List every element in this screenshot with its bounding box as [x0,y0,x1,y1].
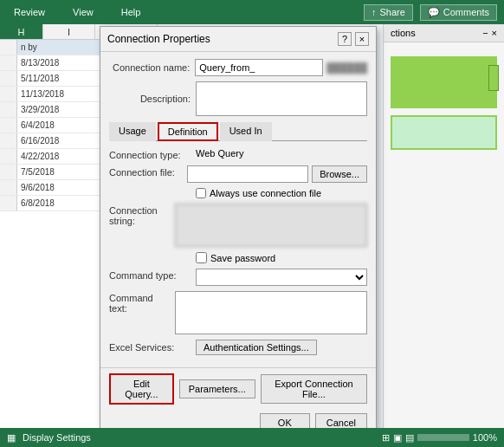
grid-icon: ⊞ [382,432,390,444]
command-text-row: Command text: [109,291,367,334]
page-icon: ▤ [405,432,414,444]
display-settings-icon: ▦ [7,432,16,444]
command-type-row: Command type: [109,269,367,286]
command-text-input[interactable] [175,291,367,334]
browse-button[interactable]: Browse... [312,165,367,183]
connection-properties-dialog: Connection Properties ? × Connection nam… [100,26,377,440]
connection-type-row: Connection type: Web Query [109,148,367,160]
connection-string-row: Connection string: [109,204,367,247]
description-row: Description: [109,81,367,116]
tab-usage[interactable]: Usage [109,122,156,141]
connection-type-label: Connection type: [109,148,196,160]
tabs: Usage Definition Used In [109,121,367,141]
command-type-select[interactable] [196,269,367,286]
description-label: Description: [109,94,196,104]
zoom-level: 100% [473,432,497,443]
connection-string-input[interactable] [175,204,367,247]
connection-name-label: Connection name: [109,62,195,73]
parameters-button[interactable]: Parameters... [179,379,255,398]
save-password-label: Save password [210,253,275,263]
command-text-label: Command text: [109,291,175,314]
connection-string-label: Connection string: [109,204,175,226]
connection-name-row: Connection name: ██████ [109,59,367,76]
connection-file-input-area: Browse... [187,165,367,183]
dialog-controls: ? × [338,32,369,46]
connection-name-input[interactable] [195,59,323,76]
dialog-bottom-buttons: Edit Query... Parameters... Export Conne… [100,367,376,410]
edit-query-button[interactable]: Edit Query... [109,373,174,405]
export-connection-button[interactable]: Export Connection File... [261,374,367,404]
layout-icon: ▣ [393,432,402,444]
always-use-row: Always use connection file [196,188,367,198]
zoom-slider[interactable] [417,434,469,441]
tab-definition[interactable]: Definition [158,122,218,141]
status-right: ⊞ ▣ ▤ 100% [382,432,497,444]
description-input[interactable] [196,81,367,116]
close-button[interactable]: × [355,32,369,46]
save-password-row: Save password [196,252,367,263]
connection-file-row: Connection file: Browse... [109,165,367,183]
save-password-checkbox[interactable] [196,252,207,263]
display-settings-label[interactable]: Display Settings [23,432,91,443]
connection-file-label: Connection file: [109,165,187,178]
excel-services-row: Excel Services: Authentication Settings.… [109,340,367,355]
always-use-checkbox[interactable] [196,188,206,198]
excel-services-label: Excel Services: [109,342,196,353]
auth-settings-button[interactable]: Authentication Settings... [196,340,317,355]
tab-used-in[interactable]: Used In [220,122,272,141]
dialog-titlebar: Connection Properties ? × [100,27,376,52]
status-bar: ▦ Display Settings ⊞ ▣ ▤ 100% [0,428,504,447]
always-use-label: Always use connection file [210,188,321,198]
dialog-body: Connection name: ██████ Description: Usa… [100,52,376,367]
dialog-title: Connection Properties [107,33,210,45]
connection-type-value: Web Query [196,148,367,159]
help-button[interactable]: ? [338,32,352,46]
dialog-overlay: Connection Properties ? × Connection nam… [0,0,504,447]
connection-file-input[interactable] [187,165,308,183]
command-type-label: Command type: [109,269,196,281]
